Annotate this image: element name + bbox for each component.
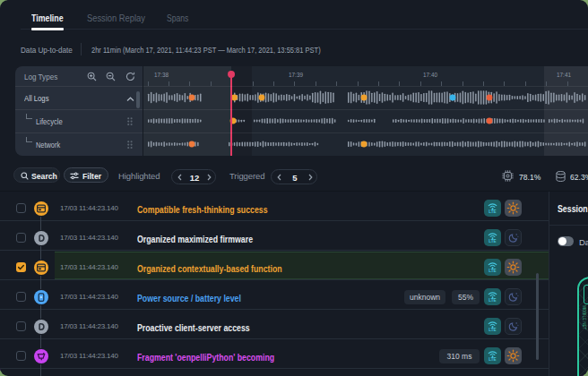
svg-text:LTE: LTE	[489, 357, 496, 362]
svg-text:LTE: LTE	[489, 269, 496, 273]
svg-text:LTE: LTE	[489, 239, 496, 244]
svg-text:LTE: LTE	[489, 328, 496, 332]
svg-text:LTE: LTE	[489, 298, 496, 303]
svg-text:LTE: LTE	[489, 209, 496, 214]
